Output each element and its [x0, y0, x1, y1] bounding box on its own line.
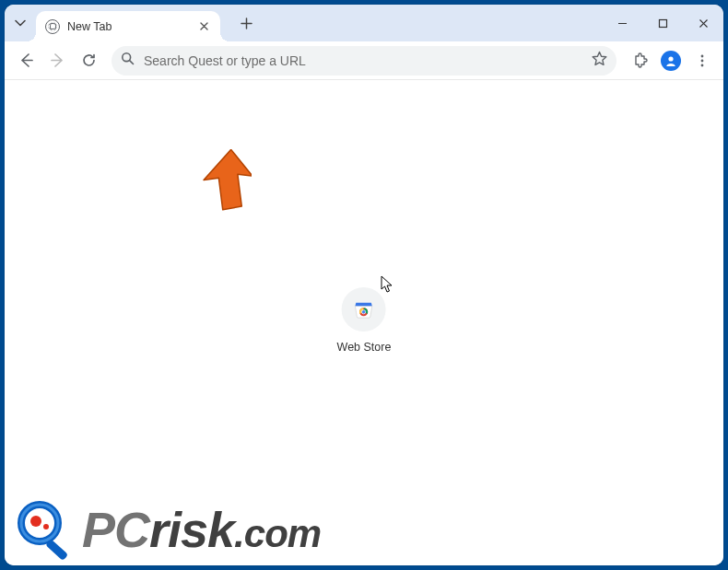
arrow-right-icon [50, 52, 65, 68]
window-minimize-button[interactable] [602, 5, 642, 41]
kebab-icon [695, 53, 710, 68]
globe-icon [45, 19, 60, 34]
svg-point-3 [701, 54, 704, 57]
close-icon [699, 18, 709, 29]
back-button[interactable] [12, 47, 40, 75]
omnibox-input[interactable] [144, 53, 582, 68]
bookmark-button[interactable] [592, 51, 607, 70]
watermark: PCrisk.com [16, 499, 321, 560]
svg-rect-0 [659, 19, 666, 27]
shortcut-tile [342, 287, 386, 332]
tab-title: New Tab [67, 20, 189, 33]
minimize-icon [617, 18, 628, 29]
svg-point-5 [701, 64, 704, 66]
browser-window: New Tab [5, 5, 723, 565]
svg-point-8 [362, 310, 366, 314]
toolbar [5, 41, 723, 80]
magnifier-icon [16, 499, 76, 560]
avatar [661, 51, 681, 71]
arrow-left-icon [18, 52, 34, 68]
web-store-icon [354, 299, 374, 320]
window-controls [602, 5, 723, 41]
svg-point-2 [668, 56, 673, 61]
svg-rect-11 [45, 539, 68, 560]
close-icon [200, 22, 208, 30]
extensions-button[interactable] [626, 47, 653, 75]
menu-button[interactable] [688, 47, 716, 75]
new-tab-page: Web Store PCrisk.com [5, 80, 723, 565]
svg-point-12 [30, 516, 41, 527]
annotation-arrow [200, 149, 252, 214]
svg-point-13 [43, 524, 49, 529]
watermark-com: .com [234, 512, 321, 556]
browser-tab[interactable]: New Tab [36, 11, 220, 41]
window-maximize-button[interactable] [642, 5, 683, 41]
svg-point-10 [21, 505, 58, 541]
svg-point-4 [701, 59, 704, 62]
maximize-icon [658, 18, 668, 29]
watermark-pc: PC [82, 501, 149, 558]
forward-button[interactable] [43, 47, 71, 75]
shortcut-web-store[interactable]: Web Store [337, 287, 392, 354]
chevron-down-icon [15, 17, 26, 29]
new-tab-button[interactable] [233, 10, 259, 36]
person-icon [664, 54, 677, 67]
search-icon [121, 52, 135, 69]
window-close-button[interactable] [683, 5, 723, 41]
tab-close-button[interactable] [196, 19, 211, 34]
reload-icon [81, 52, 97, 68]
svg-point-9 [21, 505, 58, 541]
shortcut-label: Web Store [337, 341, 392, 354]
watermark-risk: risk [149, 501, 234, 558]
omnibox[interactable] [112, 46, 616, 76]
tab-strip: New Tab [5, 5, 723, 41]
puzzle-icon [632, 52, 648, 68]
reload-button[interactable] [75, 47, 102, 75]
plus-icon [241, 17, 252, 29]
profile-button[interactable] [657, 47, 685, 75]
star-icon [592, 51, 607, 66]
